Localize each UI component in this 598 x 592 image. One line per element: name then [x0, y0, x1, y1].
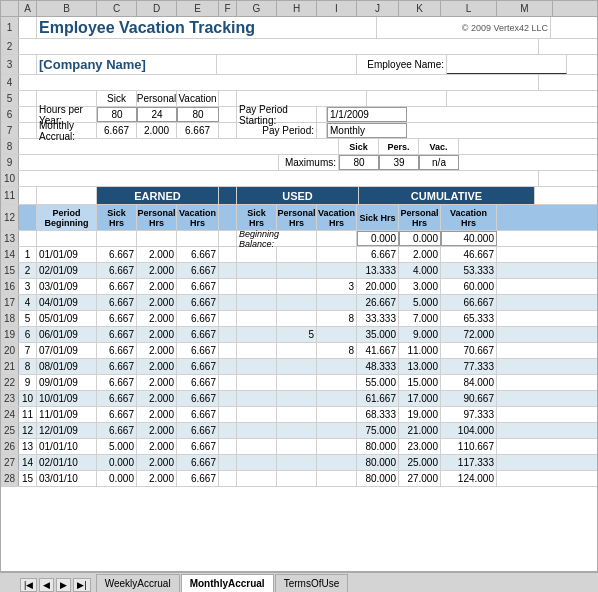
e-sick[interactable]: 6.667: [97, 263, 137, 278]
e-vac[interactable]: 6.667: [177, 327, 219, 342]
e-pers[interactable]: 2.000: [137, 311, 177, 326]
e-pers[interactable]: 2.000: [137, 407, 177, 422]
e-vac[interactable]: 6.667: [177, 423, 219, 438]
u-pers[interactable]: [277, 471, 317, 486]
u-pers[interactable]: [277, 391, 317, 406]
period-date[interactable]: 01/01/09: [37, 247, 97, 262]
u-pers[interactable]: [277, 311, 317, 326]
tab-monthly-accrual[interactable]: MonthlyAccrual: [181, 574, 274, 592]
u-pers[interactable]: [277, 375, 317, 390]
u-vac[interactable]: 3: [317, 279, 357, 294]
e-vac[interactable]: 6.667: [177, 247, 219, 262]
bb-sick[interactable]: 0.000: [357, 231, 399, 246]
period-date[interactable]: 03/01/09: [37, 279, 97, 294]
u-sick[interactable]: [237, 279, 277, 294]
e-vac[interactable]: 6.667: [177, 311, 219, 326]
e-pers[interactable]: 2.000: [137, 375, 177, 390]
u-pers[interactable]: 5: [277, 327, 317, 342]
e-pers[interactable]: 2.000: [137, 327, 177, 342]
max-sick-value[interactable]: 80: [339, 155, 379, 170]
u-pers[interactable]: [277, 279, 317, 294]
tab-nav-last[interactable]: ▶|: [73, 578, 90, 592]
u-sick[interactable]: [237, 471, 277, 486]
period-date[interactable]: 06/01/09: [37, 327, 97, 342]
e-vac[interactable]: 6.667: [177, 439, 219, 454]
u-sick[interactable]: [237, 423, 277, 438]
tab-terms-of-use[interactable]: TermsOfUse: [275, 574, 349, 592]
e-vac[interactable]: 6.667: [177, 279, 219, 294]
u-pers[interactable]: [277, 343, 317, 358]
e-sick[interactable]: 6.667: [97, 279, 137, 294]
e-sick[interactable]: 6.667: [97, 295, 137, 310]
employee-name-input[interactable]: [447, 55, 567, 74]
max-pers-value[interactable]: 39: [379, 155, 419, 170]
u-sick[interactable]: [237, 295, 277, 310]
e-vac[interactable]: 6.667: [177, 375, 219, 390]
period-date[interactable]: 05/01/09: [37, 311, 97, 326]
u-vac[interactable]: [317, 423, 357, 438]
personal-hours[interactable]: 24: [137, 107, 177, 122]
u-vac[interactable]: [317, 471, 357, 486]
e-sick[interactable]: 6.667: [97, 359, 137, 374]
period-date[interactable]: 02/01/09: [37, 263, 97, 278]
u-sick[interactable]: [237, 263, 277, 278]
e-sick[interactable]: 6.667: [97, 327, 137, 342]
e-sick[interactable]: 6.667: [97, 391, 137, 406]
tab-weekly-accrual[interactable]: WeeklyAccrual: [96, 574, 180, 592]
e-vac[interactable]: 6.667: [177, 295, 219, 310]
e-sick[interactable]: 6.667: [97, 247, 137, 262]
period-date[interactable]: 01/01/10: [37, 439, 97, 454]
tab-nav-next[interactable]: ▶: [56, 578, 71, 592]
u-pers[interactable]: [277, 247, 317, 262]
e-sick[interactable]: 6.667: [97, 343, 137, 358]
e-pers[interactable]: 2.000: [137, 343, 177, 358]
e-pers[interactable]: 2.000: [137, 295, 177, 310]
e-pers[interactable]: 2.000: [137, 455, 177, 470]
e-pers[interactable]: 2.000: [137, 391, 177, 406]
u-sick[interactable]: [237, 359, 277, 374]
e-vac[interactable]: 6.667: [177, 359, 219, 374]
u-vac[interactable]: [317, 263, 357, 278]
e-vac[interactable]: 6.667: [177, 391, 219, 406]
period-date[interactable]: 09/01/09: [37, 375, 97, 390]
period-date[interactable]: 10/01/09: [37, 391, 97, 406]
period-date[interactable]: 03/01/10: [37, 471, 97, 486]
period-date[interactable]: 12/01/09: [37, 423, 97, 438]
u-vac[interactable]: [317, 407, 357, 422]
u-vac[interactable]: [317, 439, 357, 454]
e-pers[interactable]: 2.000: [137, 423, 177, 438]
e-pers[interactable]: 2.000: [137, 359, 177, 374]
u-pers[interactable]: [277, 423, 317, 438]
u-pers[interactable]: [277, 455, 317, 470]
e-pers[interactable]: 2.000: [137, 263, 177, 278]
tab-nav-prev[interactable]: ◀: [39, 578, 54, 592]
u-pers[interactable]: [277, 407, 317, 422]
e-pers[interactable]: 2.000: [137, 471, 177, 486]
u-vac[interactable]: [317, 375, 357, 390]
u-sick[interactable]: [237, 391, 277, 406]
e-sick[interactable]: 0.000: [97, 455, 137, 470]
u-sick[interactable]: [237, 407, 277, 422]
e-sick[interactable]: 0.000: [97, 471, 137, 486]
tab-nav-first[interactable]: |◀: [20, 578, 37, 592]
u-pers[interactable]: [277, 263, 317, 278]
u-vac[interactable]: [317, 247, 357, 262]
e-vac[interactable]: 6.667: [177, 407, 219, 422]
e-sick[interactable]: 5.000: [97, 439, 137, 454]
e-pers[interactable]: 2.000: [137, 247, 177, 262]
e-sick[interactable]: 6.667: [97, 375, 137, 390]
bb-vac[interactable]: 40.000: [441, 231, 497, 246]
u-sick[interactable]: [237, 375, 277, 390]
u-vac[interactable]: 8: [317, 311, 357, 326]
bb-pers[interactable]: 0.000: [399, 231, 441, 246]
u-vac[interactable]: [317, 391, 357, 406]
e-sick[interactable]: 6.667: [97, 311, 137, 326]
period-date[interactable]: 02/01/10: [37, 455, 97, 470]
max-vac-value[interactable]: n/a: [419, 155, 459, 170]
period-date[interactable]: 07/01/09: [37, 343, 97, 358]
u-pers[interactable]: [277, 439, 317, 454]
u-vac[interactable]: [317, 455, 357, 470]
u-sick[interactable]: [237, 439, 277, 454]
e-pers[interactable]: 2.000: [137, 439, 177, 454]
u-pers[interactable]: [277, 359, 317, 374]
